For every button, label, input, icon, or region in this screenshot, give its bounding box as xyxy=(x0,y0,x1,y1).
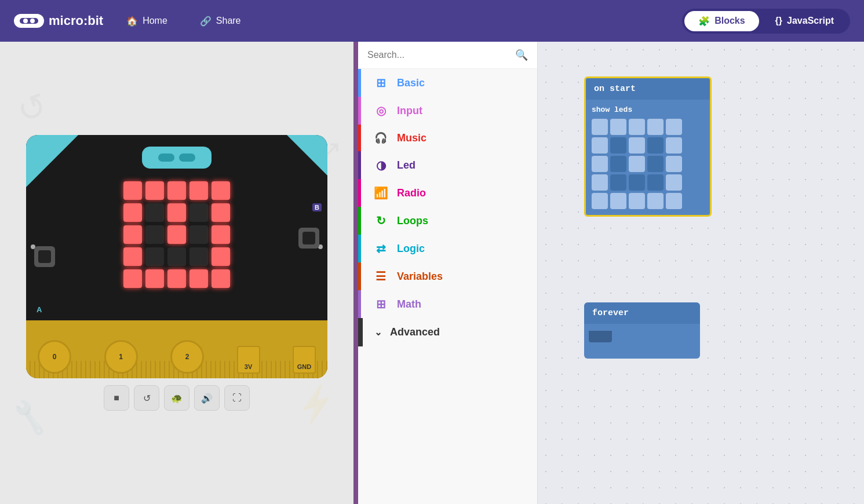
led-label: Led xyxy=(397,159,415,171)
forever-header: forever xyxy=(584,302,700,324)
blocks-panel: 🔍 ⊞ Basic ◎ Input 🎧 Music ◑ Led 📶 xyxy=(358,42,538,504)
block-led-3-0[interactable] xyxy=(592,174,608,191)
fullscreen-button[interactable]: ⛶ xyxy=(224,385,250,411)
svg-point-2 xyxy=(30,19,35,23)
block-led-3-1[interactable] xyxy=(610,174,626,191)
block-led-2-0[interactable] xyxy=(592,156,608,172)
led-4-1 xyxy=(145,269,164,288)
led-0-1 xyxy=(145,181,164,200)
led-1-3 xyxy=(189,203,208,222)
block-item-logic[interactable]: ⇄ Logic xyxy=(358,235,537,262)
button-b[interactable] xyxy=(298,228,319,249)
block-item-basic[interactable]: ⊞ Basic xyxy=(358,69,537,97)
search-box: 🔍 xyxy=(358,42,537,69)
restart-icon: ↺ xyxy=(143,393,151,404)
block-led-1-0[interactable] xyxy=(592,137,608,154)
button-a[interactable] xyxy=(34,246,55,267)
led-4-3 xyxy=(189,269,208,288)
pin-2[interactable]: 2 xyxy=(170,340,204,374)
share-button[interactable]: 🔗 Share xyxy=(191,11,250,31)
workspace[interactable]: on start show leds xyxy=(538,42,864,504)
block-item-loops[interactable]: ↻ Loops xyxy=(358,207,537,235)
search-icon: 🔍 xyxy=(515,49,528,61)
block-led-3-4[interactable] xyxy=(666,174,682,191)
slow-motion-button[interactable]: 🐢 xyxy=(164,385,189,411)
math-label: Math xyxy=(397,298,421,311)
block-led-1-4[interactable] xyxy=(666,137,682,154)
logic-icon: ⇄ xyxy=(373,242,389,255)
block-led-1-1[interactable] xyxy=(610,137,626,154)
block-led-1-3[interactable] xyxy=(647,137,664,154)
blocks-label: Blocks xyxy=(714,16,745,26)
block-led-0-0[interactable] xyxy=(592,119,608,135)
block-led-4-2[interactable] xyxy=(629,193,645,209)
led-4-2 xyxy=(167,269,186,288)
button-b-inner xyxy=(302,232,315,244)
logo[interactable]: micro:bit xyxy=(14,13,103,28)
block-led-4-0[interactable] xyxy=(592,193,608,209)
block-led-2-2[interactable] xyxy=(629,156,645,172)
home-icon: 🏠 xyxy=(126,16,138,27)
svg-point-1 xyxy=(23,19,28,23)
advanced-label: Advanced xyxy=(390,326,440,338)
block-led-2-4[interactable] xyxy=(666,156,682,172)
forever-block[interactable]: forever xyxy=(584,302,700,359)
variables-label: Variables xyxy=(397,271,443,283)
block-led-0-2[interactable] xyxy=(629,119,645,135)
sound-button[interactable]: 🔊 xyxy=(194,385,220,411)
led-3-3 xyxy=(189,247,208,266)
block-item-variables[interactable]: ☰ Variables xyxy=(358,262,537,290)
block-item-led[interactable]: ◑ Led xyxy=(358,151,537,179)
javascript-mode-button[interactable]: {} JavaScript xyxy=(761,11,848,31)
pin-gnd: GND xyxy=(293,346,316,374)
pin-3v: 3V xyxy=(237,346,260,374)
block-led-2-3[interactable] xyxy=(647,156,664,172)
led-2-0 xyxy=(123,225,142,244)
advanced-item[interactable]: ⌄ Advanced xyxy=(358,318,537,346)
loops-label: Loops xyxy=(397,215,428,227)
accent-bar xyxy=(353,42,358,504)
stop-button[interactable]: ■ xyxy=(104,385,129,411)
main-area: ↺ 🔧 ⚡ ↗ xyxy=(0,42,864,504)
led-2-2 xyxy=(167,225,186,244)
block-led-4-4[interactable] xyxy=(666,193,682,209)
blocks-icon: 🧩 xyxy=(698,16,710,27)
button-b-label: B xyxy=(312,203,322,211)
pin-1[interactable]: 1 xyxy=(104,340,138,374)
led-3-2 xyxy=(167,247,186,266)
block-led-1-2[interactable] xyxy=(629,137,645,154)
led-0-3 xyxy=(189,181,208,200)
block-item-math[interactable]: ⊞ Math xyxy=(358,290,537,318)
led-3-0 xyxy=(123,247,142,266)
block-item-music[interactable]: 🎧 Music xyxy=(358,125,537,151)
led-4-4 xyxy=(212,269,230,288)
pin-0[interactable]: 0 xyxy=(38,340,71,374)
block-led-0-3[interactable] xyxy=(647,119,664,135)
block-led-3-3[interactable] xyxy=(647,174,664,191)
show-leds-block[interactable]: show leds xyxy=(584,100,712,217)
sound-icon: 🔊 xyxy=(201,393,213,404)
microbit-device: A B 0 1 2 3V GND xyxy=(26,135,327,378)
blocks-list: ⊞ Basic ◎ Input 🎧 Music ◑ Led 📶 Radio ↻ xyxy=(358,69,537,504)
block-led-4-3[interactable] xyxy=(647,193,664,209)
home-button[interactable]: 🏠 Home xyxy=(117,11,177,31)
on-start-block[interactable]: on start show leds xyxy=(584,76,712,217)
header: micro:bit 🏠 Home 🔗 Share 🧩 Blocks {} Jav… xyxy=(0,0,864,42)
search-input[interactable] xyxy=(367,50,515,60)
led-0-2 xyxy=(167,181,186,200)
block-led-0-1[interactable] xyxy=(610,119,626,135)
led-icon: ◑ xyxy=(373,158,389,172)
show-leds-title: show leds xyxy=(592,105,704,114)
restart-button[interactable]: ↺ xyxy=(134,385,159,411)
block-led-2-1[interactable] xyxy=(610,156,626,172)
loops-icon: ↻ xyxy=(373,214,389,228)
block-led-3-2[interactable] xyxy=(629,174,645,191)
forever-notch xyxy=(589,331,612,342)
show-leds-grid[interactable] xyxy=(592,119,704,209)
block-led-4-1[interactable] xyxy=(610,193,626,209)
javascript-label: JavaScript xyxy=(787,16,834,26)
block-item-input[interactable]: ◎ Input xyxy=(358,97,537,125)
block-led-0-4[interactable] xyxy=(666,119,682,135)
block-item-radio[interactable]: 📶 Radio xyxy=(358,179,537,207)
blocks-mode-button[interactable]: 🧩 Blocks xyxy=(684,11,759,31)
